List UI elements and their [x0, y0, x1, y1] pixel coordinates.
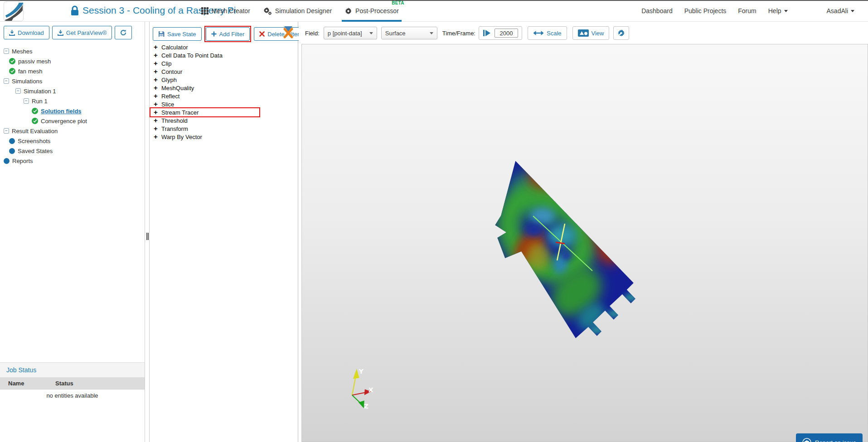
- plus-icon: +: [153, 60, 158, 67]
- axis-x-label: X: [369, 386, 373, 394]
- refresh-button[interactable]: [115, 26, 132, 39]
- filter-item-slice[interactable]: +Slice: [150, 100, 297, 108]
- render-viewport[interactable]: Y X Z: [301, 44, 868, 442]
- tree-item-result-evaluation[interactable]: − Result Evaluation: [0, 126, 145, 136]
- nav-user-menu[interactable]: AsadAli: [827, 7, 854, 14]
- view-button[interactable]: View: [572, 26, 610, 40]
- representation-select[interactable]: Surface: [381, 27, 437, 39]
- filter-label: Transform: [161, 125, 188, 132]
- add-filter-label: Add Filter: [219, 31, 245, 38]
- plus-icon: +: [153, 109, 158, 115]
- tree-item-meshes[interactable]: − Meshes: [0, 46, 145, 56]
- tree-item-solution-fields[interactable]: Solution fields: [0, 106, 145, 116]
- tab-label: Post-Processor: [355, 7, 399, 14]
- column-status: Status: [55, 380, 73, 387]
- get-paraview-button[interactable]: Get ParaView®: [52, 26, 112, 39]
- tree-label: Simulations: [12, 78, 42, 85]
- 3d-scene[interactable]: Y X Z: [302, 44, 868, 442]
- check-icon: [9, 68, 15, 74]
- download-icon: [58, 30, 63, 36]
- project-tree-panel: Download Get ParaView® − Meshes passiv m…: [0, 22, 145, 442]
- tree-label: Screenshots: [18, 138, 50, 144]
- splitter-grip-icon[interactable]: [146, 233, 149, 240]
- tree-item-saved-states[interactable]: Saved States: [0, 146, 145, 156]
- filter-item-glyph[interactable]: +Glyph: [150, 76, 297, 84]
- field-label: Field:: [305, 30, 320, 37]
- app-header: Session 3 - Cooling of a Rasperry Pi Mes…: [0, 0, 868, 22]
- collapse-icon[interactable]: −: [4, 128, 9, 134]
- plus-icon: +: [153, 85, 158, 91]
- slice-plane-heatmap[interactable]: [493, 161, 638, 338]
- representation-select-value: Surface: [385, 30, 406, 37]
- filter-item-meshquality[interactable]: +MeshQuality: [150, 84, 297, 92]
- save-state-label: Save State: [167, 31, 196, 38]
- filter-item-clip[interactable]: +Clip: [150, 59, 297, 67]
- tree-item-screenshots[interactable]: Screenshots: [0, 136, 145, 146]
- plus-icon: +: [153, 125, 158, 132]
- field-select[interactable]: p [point-data]: [324, 27, 377, 39]
- tree-label: Convergence plot: [41, 118, 87, 125]
- tree-item-run-1[interactable]: − Run 1: [0, 96, 145, 106]
- nav-help-menu[interactable]: Help: [768, 7, 788, 14]
- filter-item-stream-tracer[interactable]: +Stream Tracer: [150, 108, 259, 116]
- tree-item-fan-mesh[interactable]: fan mesh: [0, 66, 145, 76]
- nav-forum[interactable]: Forum: [738, 7, 756, 14]
- collapse-icon[interactable]: −: [4, 48, 9, 54]
- filter-label: Warp By Vector: [161, 134, 202, 140]
- clear-all-filters-icon[interactable]: [282, 25, 294, 39]
- scale-button[interactable]: Scale: [528, 26, 567, 40]
- job-status-columns: Name Status: [0, 378, 145, 389]
- tree-label: Run 1: [32, 98, 48, 105]
- filter-item-reflect[interactable]: +Reflect: [150, 92, 297, 100]
- download-label: Download: [18, 29, 44, 36]
- filter-item-transform[interactable]: +Transform: [150, 125, 297, 133]
- job-status-title: Job Status: [0, 362, 145, 378]
- download-button[interactable]: Download: [4, 26, 49, 39]
- filter-item-calculator[interactable]: +Calculator: [150, 43, 297, 51]
- filter-label: Reflect: [161, 93, 179, 100]
- collapse-icon[interactable]: −: [15, 88, 21, 94]
- tree-item-simulations[interactable]: − Simulations: [0, 76, 145, 86]
- column-name: Name: [0, 380, 55, 387]
- nav-public-projects[interactable]: Public Projects: [684, 7, 727, 14]
- plus-icon: +: [153, 68, 158, 75]
- filter-item-warp-by-vector[interactable]: +Warp By Vector: [150, 133, 297, 141]
- panel-splitter[interactable]: [145, 22, 150, 442]
- job-status-empty-row: no entities available: [0, 389, 145, 401]
- filter-item-contour[interactable]: +Contour: [150, 67, 297, 76]
- viewport-area: Field: p [point-data] Surface Time/Frame…: [299, 22, 868, 442]
- time-frame-input[interactable]: [495, 29, 518, 38]
- gear-icon: [344, 7, 352, 15]
- simscale-logo[interactable]: [4, 1, 24, 21]
- tree-item-convergence-plot[interactable]: Convergence plot: [0, 116, 145, 126]
- viewport-settings-button[interactable]: [613, 26, 629, 40]
- tree-item-reports[interactable]: Reports: [0, 156, 145, 166]
- report-issue-button[interactable]: Report an issue: [796, 433, 863, 442]
- tree-label-selected: Solution fields: [41, 108, 82, 115]
- tree-label: fan mesh: [18, 68, 42, 75]
- tree-item-simulation-1[interactable]: − Simulation 1: [0, 86, 145, 96]
- save-state-button[interactable]: Save State: [153, 27, 202, 41]
- delete-filter-button[interactable]: Delete Filter: [254, 27, 305, 41]
- play-icon[interactable]: [483, 29, 491, 37]
- tree-label: passiv mesh: [18, 58, 51, 65]
- tab-mesh-creator[interactable]: Mesh Creator: [195, 0, 257, 22]
- filter-item-cell-data-to-point-data[interactable]: +Cell Data To Point Data: [150, 51, 297, 59]
- camera-icon: [802, 438, 811, 442]
- nav-dashboard[interactable]: Dashboard: [641, 7, 673, 14]
- tab-post-processor[interactable]: BETA Post-Processor: [338, 0, 405, 22]
- beta-badge: BETA: [392, 0, 404, 5]
- add-filter-button[interactable]: Add Filter: [206, 27, 250, 41]
- top-nav: Dashboard Public Projects Forum Help Asa…: [641, 0, 854, 22]
- chevron-down-icon: [369, 32, 373, 34]
- tree-item-passiv-mesh[interactable]: passiv mesh: [0, 56, 145, 66]
- download-icon: [9, 30, 15, 36]
- filter-label: Clip: [161, 60, 171, 67]
- filter-item-threshold[interactable]: +Threshold: [150, 116, 297, 125]
- collapse-icon[interactable]: −: [4, 78, 9, 84]
- tab-simulation-designer[interactable]: Simulation Designer: [257, 0, 338, 22]
- scale-arrows-icon: [533, 30, 544, 36]
- filter-panel: Save State Add Filter Delete Filter +Cal…: [150, 22, 298, 442]
- collapse-icon[interactable]: −: [24, 98, 29, 104]
- nav-help-label: Help: [768, 7, 781, 14]
